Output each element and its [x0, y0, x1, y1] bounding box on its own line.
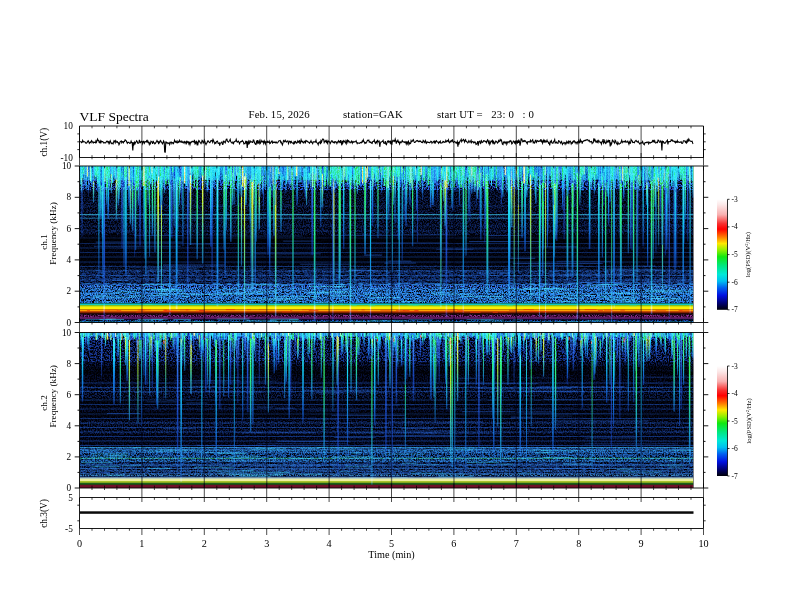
svg-text:ch.1: ch.1	[39, 234, 49, 250]
svg-text:7: 7	[514, 538, 519, 549]
svg-text:2: 2	[67, 286, 72, 296]
svg-text:6: 6	[67, 224, 72, 234]
svg-text:start UT = 23: 0 : 0: start UT = 23: 0 : 0	[437, 108, 534, 120]
svg-text:2: 2	[202, 538, 207, 549]
svg-text:-3: -3	[732, 195, 738, 204]
svg-text:Frequency (kHz): Frequency (kHz)	[48, 365, 58, 428]
svg-text:10: 10	[64, 121, 74, 131]
svg-text:4: 4	[67, 421, 72, 431]
svg-text:9: 9	[639, 538, 644, 549]
svg-text:log(PSD)(V2/Hz): log(PSD)(V2/Hz)	[745, 398, 753, 443]
svg-text:10: 10	[698, 538, 708, 549]
svg-text:VLF Spectra: VLF Spectra	[80, 109, 149, 124]
svg-text:-7: -7	[732, 305, 738, 314]
svg-text:4: 4	[67, 255, 72, 265]
svg-text:8: 8	[576, 538, 581, 549]
svg-text:Frequency (kHz): Frequency (kHz)	[48, 202, 58, 265]
svg-text:10: 10	[62, 328, 72, 338]
svg-text:0: 0	[67, 318, 72, 328]
svg-text:4: 4	[327, 538, 332, 549]
svg-text:ch.1(V): ch.1(V)	[39, 128, 50, 157]
svg-text:8: 8	[67, 192, 72, 202]
svg-text:-6: -6	[732, 278, 738, 287]
svg-text:0: 0	[77, 538, 82, 549]
svg-text:Time (min): Time (min)	[368, 549, 414, 561]
svg-text:-5: -5	[732, 417, 738, 426]
svg-text:-4: -4	[732, 389, 738, 398]
svg-text:3: 3	[264, 538, 269, 549]
svg-text:6: 6	[451, 538, 456, 549]
svg-text:-3: -3	[732, 362, 738, 371]
svg-text:Feb. 15, 2026: Feb. 15, 2026	[249, 108, 311, 120]
svg-text:6: 6	[67, 390, 72, 400]
svg-text:0: 0	[67, 483, 72, 493]
svg-text:5: 5	[389, 538, 394, 549]
svg-text:1: 1	[139, 538, 144, 549]
svg-text:-7: -7	[732, 472, 738, 481]
svg-text:10: 10	[62, 161, 72, 171]
svg-text:5: 5	[68, 493, 73, 503]
svg-text:station=GAK: station=GAK	[343, 108, 403, 120]
svg-text:ch.3(V): ch.3(V)	[39, 499, 50, 528]
svg-text:-6: -6	[732, 444, 738, 453]
svg-text:-5: -5	[732, 250, 738, 259]
svg-text:2: 2	[67, 452, 72, 462]
svg-text:log(PSD)(V2/Hz): log(PSD)(V2/Hz)	[745, 232, 753, 277]
svg-text:ch.2: ch.2	[39, 395, 49, 411]
svg-text:8: 8	[67, 359, 72, 369]
svg-text:-4: -4	[732, 222, 738, 231]
svg-text:-5: -5	[65, 524, 73, 534]
